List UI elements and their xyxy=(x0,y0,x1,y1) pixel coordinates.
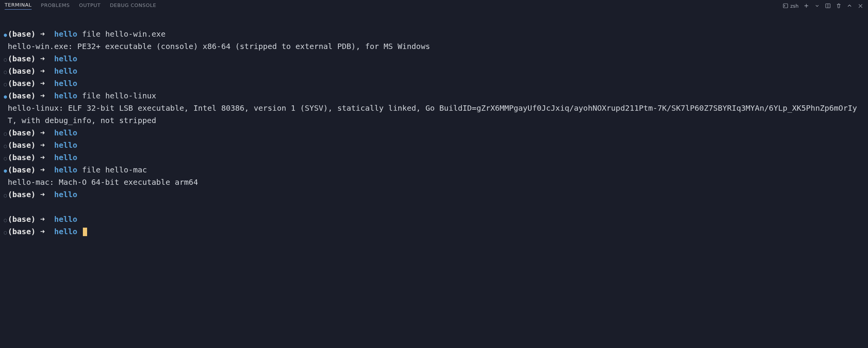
bullet-hollow-icon: ○ xyxy=(3,154,8,162)
prompt-line: ●(base) ➜ hello file hello-linux xyxy=(3,90,863,102)
bullet-hollow-icon: ○ xyxy=(3,55,8,64)
shell-selector[interactable]: zsh xyxy=(782,3,799,9)
prompt-dir: hello xyxy=(54,128,77,137)
prompt-dir: hello xyxy=(54,66,77,76)
output-line: hello-linux: ELF 32-bit LSB executable, … xyxy=(3,102,863,127)
prompt-arrow-icon: ➜ xyxy=(40,29,54,39)
bullet-filled-icon: ● xyxy=(3,166,8,175)
prompt-env: (base) xyxy=(8,190,40,199)
new-terminal-icon[interactable] xyxy=(803,3,809,9)
bullet-hollow-icon: ○ xyxy=(3,228,8,237)
prompt-body: (base) ➜ hello xyxy=(8,151,863,164)
prompt-arrow-icon: ➜ xyxy=(40,128,54,137)
tab-output[interactable]: OUTPUT xyxy=(79,2,101,10)
prompt-arrow-icon: ➜ xyxy=(40,153,54,162)
bullet-hollow-icon: ○ xyxy=(3,68,8,76)
command-text: file hello-linux xyxy=(77,91,156,100)
prompt-env: (base) xyxy=(8,29,40,39)
prompt-dir: hello xyxy=(54,140,77,150)
prompt-dir: hello xyxy=(54,215,77,224)
prompt-env: (base) xyxy=(8,66,40,76)
cursor xyxy=(83,228,87,236)
terminal-toolbar: zsh xyxy=(782,3,863,9)
prompt-env: (base) xyxy=(8,215,40,224)
bullet-hollow-icon: ○ xyxy=(3,80,8,88)
prompt-dir: hello xyxy=(54,227,77,236)
prompt-body: (base) ➜ hello file hello-linux xyxy=(8,90,863,102)
prompt-line: ○(base) ➜ hello xyxy=(3,213,863,225)
prompt-body: (base) ➜ hello xyxy=(8,127,863,139)
prompt-body: (base) ➜ hello file hello-win.exe xyxy=(8,28,863,40)
prompt-line: ○(base) ➜ hello xyxy=(3,65,863,77)
prompt-arrow-icon: ➜ xyxy=(40,215,54,224)
prompt-arrow-icon: ➜ xyxy=(40,140,54,150)
prompt-body: (base) ➜ hello xyxy=(8,225,863,238)
prompt-env: (base) xyxy=(8,91,40,100)
prompt-arrow-icon: ➜ xyxy=(40,91,54,100)
prompt-arrow-icon: ➜ xyxy=(40,165,54,174)
prompt-arrow-icon: ➜ xyxy=(40,190,54,199)
command-text: file hello-win.exe xyxy=(77,29,166,39)
bullet-hollow-icon: ○ xyxy=(3,191,8,199)
chevron-down-icon[interactable] xyxy=(814,3,820,9)
prompt-line: ○(base) ➜ hello xyxy=(3,188,863,201)
prompt-dir: hello xyxy=(54,29,77,39)
bullet-filled-icon: ● xyxy=(3,30,8,39)
prompt-dir: hello xyxy=(54,91,77,100)
prompt-dir: hello xyxy=(54,54,77,63)
panel-header: TERMINAL PROBLEMS OUTPUT DEBUG CONSOLE z… xyxy=(0,0,868,12)
prompt-dir: hello xyxy=(54,79,77,88)
prompt-env: (base) xyxy=(8,153,40,162)
output-line: hello-mac: Mach-O 64-bit executable arm6… xyxy=(3,176,863,188)
prompt-line: ○(base) ➜ hello xyxy=(3,52,863,65)
close-panel-icon[interactable] xyxy=(857,3,863,9)
prompt-line: ○(base) ➜ hello xyxy=(3,139,863,151)
prompt-body: (base) ➜ hello xyxy=(8,188,863,201)
terminal-output-area[interactable]: ●(base) ➜ hello file hello-win.exehello-… xyxy=(0,12,868,242)
prompt-line: ●(base) ➜ hello file hello-mac xyxy=(3,164,863,176)
prompt-body: (base) ➜ hello xyxy=(8,139,863,151)
prompt-env: (base) xyxy=(8,128,40,137)
prompt-dir: hello xyxy=(54,190,77,199)
panel-tabs: TERMINAL PROBLEMS OUTPUT DEBUG CONSOLE xyxy=(5,0,156,12)
prompt-arrow-icon: ➜ xyxy=(40,227,54,236)
prompt-body: (base) ➜ hello xyxy=(8,213,863,225)
prompt-env: (base) xyxy=(8,79,40,88)
prompt-body: (base) ➜ hello file hello-mac xyxy=(8,164,863,176)
prompt-arrow-icon: ➜ xyxy=(40,79,54,88)
prompt-arrow-icon: ➜ xyxy=(40,66,54,76)
prompt-env: (base) xyxy=(8,227,40,236)
prompt-dir: hello xyxy=(54,153,77,162)
tab-problems[interactable]: PROBLEMS xyxy=(41,2,70,10)
bullet-hollow-icon: ○ xyxy=(3,129,8,138)
prompt-line: ●(base) ➜ hello file hello-win.exe xyxy=(3,28,863,40)
shell-label: zsh xyxy=(790,3,799,9)
command-text: file hello-mac xyxy=(77,165,147,174)
prompt-line: ○(base) ➜ hello xyxy=(3,151,863,164)
prompt-env: (base) xyxy=(8,165,40,174)
prompt-dir: hello xyxy=(54,165,77,174)
bullet-filled-icon: ● xyxy=(3,92,8,101)
prompt-body: (base) ➜ hello xyxy=(8,52,863,65)
tab-terminal[interactable]: TERMINAL xyxy=(5,2,32,10)
split-terminal-icon[interactable] xyxy=(825,3,831,9)
output-line: hello-win.exe: PE32+ executable (console… xyxy=(3,40,863,52)
prompt-env: (base) xyxy=(8,140,40,150)
prompt-line: ○(base) ➜ hello xyxy=(3,127,863,139)
prompt-line: ○(base) ➜ hello xyxy=(3,77,863,90)
tab-debug-console[interactable]: DEBUG CONSOLE xyxy=(110,2,156,10)
trash-icon[interactable] xyxy=(836,3,842,9)
svg-rect-0 xyxy=(783,4,787,8)
blank-line xyxy=(3,201,863,213)
bullet-hollow-icon: ○ xyxy=(3,142,8,150)
terminal-icon xyxy=(782,3,789,9)
prompt-env: (base) xyxy=(8,54,40,63)
prompt-line: ○(base) ➜ hello xyxy=(3,225,863,238)
prompt-body: (base) ➜ hello xyxy=(8,77,863,90)
prompt-arrow-icon: ➜ xyxy=(40,54,54,63)
bullet-hollow-icon: ○ xyxy=(3,216,8,224)
prompt-body: (base) ➜ hello xyxy=(8,65,863,77)
maximize-panel-icon[interactable] xyxy=(846,3,853,9)
